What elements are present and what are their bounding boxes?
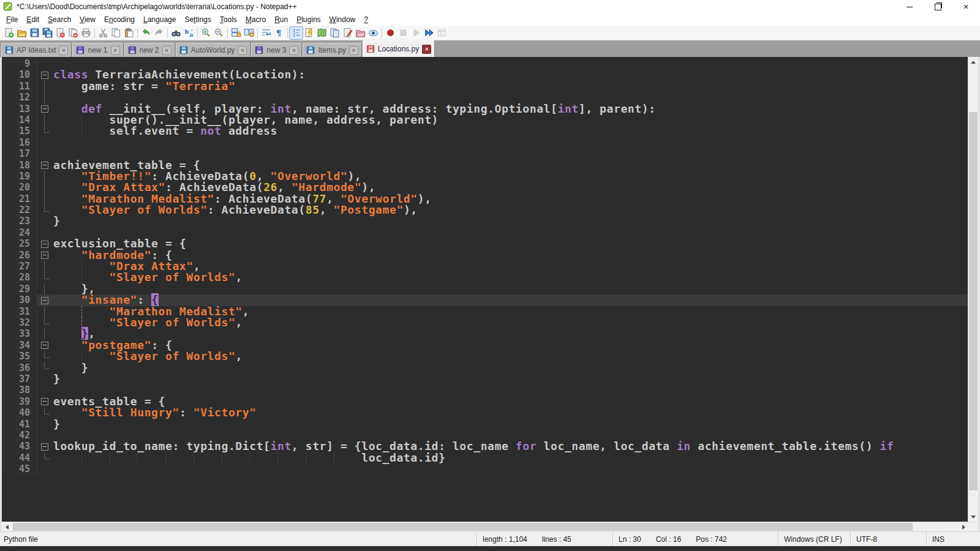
toolbar-button-save-all[interactable] [41, 27, 54, 39]
toolbar-button-show-all-characters[interactable]: ¶ [273, 27, 285, 39]
menu-view[interactable]: View [75, 14, 100, 25]
line-number[interactable]: 20 [2, 182, 37, 193]
line-number[interactable]: 30 [2, 294, 37, 305]
horizontal-scroll-thumb[interactable] [13, 523, 913, 531]
menu-window[interactable]: Window [325, 14, 360, 25]
toolbar-button-user-defined-language[interactable] [303, 27, 315, 39]
code-text[interactable]: }, [53, 283, 968, 294]
fold-margin[interactable] [37, 250, 53, 261]
tab-close-icon[interactable]: × [162, 46, 172, 55]
horizontal-scrollbar[interactable] [2, 522, 978, 531]
toolbar-button-new-file[interactable] [2, 27, 15, 39]
code-text[interactable]: self.event = not address [53, 126, 968, 137]
line-number[interactable]: 27 [2, 261, 37, 272]
menu-macro[interactable]: Macro [241, 14, 270, 25]
line-number[interactable]: 45 [2, 463, 37, 474]
code-text[interactable]: exclusion_table = { [53, 238, 968, 249]
minimize-button[interactable] [895, 0, 924, 13]
code-text[interactable]: } [53, 419, 968, 430]
tab-close-icon[interactable]: × [349, 46, 358, 55]
line-number[interactable]: 12 [2, 92, 37, 103]
line-number[interactable]: 39 [2, 396, 37, 407]
line-number[interactable]: 31 [2, 306, 37, 317]
scroll-right-arrow[interactable] [959, 522, 968, 531]
toolbar-button-paste[interactable] [123, 27, 135, 39]
toolbar-button-show-indent-guide[interactable] [290, 27, 303, 39]
toolbar-button-sync-vertical[interactable] [230, 27, 243, 39]
line-number[interactable]: 34 [2, 340, 37, 351]
line-number[interactable]: 23 [2, 216, 37, 227]
fold-toggle-icon[interactable] [41, 162, 48, 169]
code-text[interactable] [53, 137, 968, 148]
menu-encoding[interactable]: Encoding [100, 14, 139, 25]
tab-autoworld-py[interactable]: AutoWorld.py× [176, 43, 251, 57]
code-text[interactable]: } [53, 216, 968, 227]
code-text[interactable]: } [53, 373, 968, 384]
tab-close-icon[interactable]: × [238, 46, 247, 55]
menu-run[interactable]: Run [270, 14, 292, 25]
close-button[interactable]: × [952, 0, 980, 13]
toolbar-button-replace[interactable]: ba [183, 27, 195, 39]
line-number[interactable]: 26 [2, 250, 37, 261]
line-number[interactable]: 44 [2, 452, 37, 463]
menu-file[interactable]: File [2, 14, 22, 25]
code-text[interactable]: "Still Hungry": "Victory" [53, 407, 968, 418]
tab-close-icon[interactable]: × [422, 45, 431, 54]
toolbar-button-cut[interactable] [97, 27, 110, 39]
toolbar-button-close[interactable] [54, 27, 67, 39]
code-text[interactable]: "Slayer of Worlds", [53, 317, 968, 328]
status-encoding[interactable]: UTF-8 [850, 532, 926, 546]
line-number[interactable]: 25 [2, 238, 37, 249]
code-text[interactable]: "Slayer of Worlds", [53, 272, 968, 283]
fold-toggle-icon[interactable] [41, 342, 48, 349]
code-text[interactable]: "Slayer of Worlds": AchieveData(85, "Pos… [53, 204, 968, 216]
scroll-left-arrow[interactable] [2, 522, 12, 531]
fold-toggle-icon[interactable] [41, 443, 48, 451]
fold-toggle-icon[interactable] [41, 72, 48, 79]
fold-margin[interactable] [37, 238, 53, 249]
menu-search[interactable]: Search [43, 14, 75, 25]
code-text[interactable]: } [53, 362, 968, 373]
line-number[interactable]: 42 [2, 430, 37, 441]
tab-locations-py[interactable]: Locations.py× [363, 40, 435, 57]
code-text[interactable] [53, 463, 968, 474]
fold-toggle-icon[interactable] [41, 297, 48, 304]
line-number[interactable]: 29 [2, 283, 37, 294]
tab-new-1[interactable]: new 1× [72, 43, 123, 57]
line-number[interactable]: 9 [2, 58, 37, 69]
line-number[interactable]: 14 [2, 114, 37, 126]
toolbar-button-zoom-in[interactable] [200, 27, 213, 39]
toolbar-button-print[interactable] [80, 27, 92, 39]
scroll-down-arrow[interactable] [968, 512, 978, 522]
fold-margin[interactable] [37, 160, 53, 171]
vertical-scrollbar[interactable] [968, 57, 978, 522]
code-text[interactable]: "Slayer of Worlds", [53, 351, 968, 362]
toolbar-button-word-wrap[interactable] [260, 27, 273, 39]
tab-new-2[interactable]: new 2× [124, 43, 175, 57]
toolbar-button-sync-horizontal[interactable] [243, 27, 255, 39]
toolbar-button-find[interactable] [170, 27, 183, 39]
code-text[interactable] [53, 384, 968, 395]
line-number[interactable]: 22 [2, 204, 37, 216]
line-number[interactable]: 21 [2, 193, 37, 204]
restore-button[interactable] [924, 0, 952, 13]
code-text[interactable] [53, 227, 968, 238]
fold-margin[interactable] [37, 69, 53, 80]
toolbar-button-save[interactable] [28, 27, 41, 39]
line-number[interactable]: 35 [2, 351, 37, 362]
line-number[interactable]: 28 [2, 272, 37, 283]
code-text[interactable]: loc_data.id} [53, 452, 968, 463]
line-number[interactable]: 38 [2, 384, 37, 395]
line-number[interactable]: 18 [2, 160, 37, 171]
fold-toggle-icon[interactable] [41, 241, 48, 248]
status-insert-mode[interactable]: INS [926, 532, 980, 546]
line-number[interactable]: 11 [2, 81, 37, 92]
fold-toggle-icon[interactable] [41, 105, 48, 113]
line-number[interactable]: 36 [2, 362, 37, 373]
line-number[interactable]: 13 [2, 103, 37, 114]
toolbar-button-close-all[interactable] [67, 27, 80, 39]
fold-margin[interactable] [37, 103, 53, 114]
line-number[interactable]: 41 [2, 419, 37, 430]
line-number[interactable]: 33 [2, 328, 37, 339]
toolbar-button-copy[interactable] [110, 27, 123, 39]
